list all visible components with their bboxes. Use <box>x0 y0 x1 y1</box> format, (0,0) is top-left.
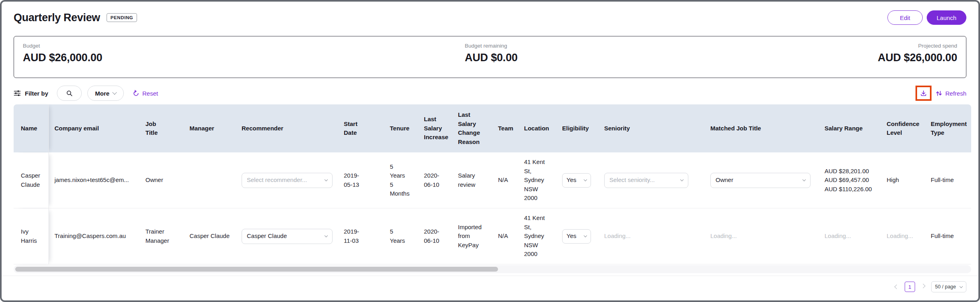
cell-start-date: 2019-11-03 <box>338 208 384 264</box>
rotate-ccw-icon <box>133 90 139 97</box>
cell-confidence-level-loading: Loading... <box>881 208 925 264</box>
toolbar-right: Refresh <box>915 86 966 101</box>
quarterly-review-page: Quarterly Review PENDING Edit Launch Bud… <box>0 0 980 302</box>
page-title: Quarterly Review <box>14 12 100 24</box>
reset-button[interactable]: Reset <box>133 90 158 97</box>
cell-job-title: Trainer Manager <box>140 208 184 264</box>
cell-location: 41 Kent St, Sydney NSW 2000 <box>518 152 557 208</box>
budget-remaining-stat: Budget remaining AUD $0.00 <box>465 43 518 64</box>
cell-manager <box>184 152 236 208</box>
cell-confidence-level: High <box>881 152 925 208</box>
cell-job-title: Owner <box>140 152 184 208</box>
refresh-button[interactable]: Refresh <box>936 90 966 97</box>
table-row-ivy-harris: Ivy Harris Training@Caspers.com.au Train… <box>14 208 971 264</box>
divider <box>2 276 978 276</box>
column-header-company-email: Company email <box>49 104 140 152</box>
column-header-last-salary-increase: Last Salary Increase <box>418 104 452 152</box>
download-icon <box>920 90 927 97</box>
matched-job-title-select[interactable]: Owner <box>710 173 811 188</box>
cell-last-salary-change-reason: Salary review <box>452 152 492 208</box>
cell-recommender: Casper Claude <box>236 208 338 264</box>
reset-button-label: Reset <box>142 90 158 97</box>
cell-team: N/A <box>492 152 518 208</box>
cell-tenure: 5 Years 5 Months <box>384 152 418 208</box>
column-header-confidence-level: Confidence Level <box>881 104 925 152</box>
pagination: 1 50 / page <box>2 281 966 293</box>
magnifier-icon <box>66 90 73 97</box>
download-button[interactable] <box>917 87 930 99</box>
column-header-salary-range: Salary Range <box>819 104 881 152</box>
more-button[interactable]: More <box>87 86 124 101</box>
column-header-manager: Manager <box>184 104 236 152</box>
more-button-label: More <box>95 90 109 97</box>
budget-remaining-value: AUD $0.00 <box>465 52 518 64</box>
column-header-name: Name <box>14 104 49 152</box>
cell-employment-type: Full-time <box>925 208 971 264</box>
column-header-start-date: Start Date <box>338 104 384 152</box>
page-size-value: 50 / page <box>935 284 956 290</box>
cell-tenure: 5 Years <box>384 208 418 264</box>
seniority-select[interactable]: Select seniority... <box>604 173 688 188</box>
cell-matched-job-title: Owner <box>705 152 819 208</box>
chevron-down-icon <box>584 234 587 237</box>
column-header-eligibility: Eligibility <box>557 104 599 152</box>
launch-button[interactable]: Launch <box>927 10 966 25</box>
swap-arrows-icon <box>936 90 942 97</box>
cell-company-email: Training@Caspers.com.au <box>49 208 140 264</box>
cell-salary-range: AUD $28,201.00 AUD $69,457.00 AUD $110,2… <box>819 152 881 208</box>
cell-company-email: james.nixon+test65c@em... <box>49 152 140 208</box>
column-header-seniority: Seniority <box>599 104 705 152</box>
sliders-icon <box>14 90 21 97</box>
cell-team: N/A <box>492 208 518 264</box>
eligibility-select[interactable]: Yes <box>562 229 591 244</box>
search-button[interactable] <box>57 86 82 101</box>
column-header-tenure: Tenure <box>384 104 418 152</box>
budget-stat: Budget AUD $26,000.00 <box>23 43 102 71</box>
cell-last-salary-increase: 2020-06-10 <box>418 152 452 208</box>
chevron-down-icon <box>960 284 963 288</box>
chevron-down-icon <box>803 178 806 181</box>
cell-eligibility: Yes <box>557 208 599 264</box>
column-header-recommender: Recommender <box>236 104 338 152</box>
column-header-last-salary-change-reason: Last Salary Change Reason <box>452 104 492 152</box>
cell-matched-job-title-loading: Loading... <box>705 208 819 264</box>
cell-name: Casper Claude <box>14 152 49 208</box>
cell-seniority: Select seniority... <box>599 152 705 208</box>
chevron-down-icon <box>113 90 117 94</box>
filter-toolbar: Filter by More Reset <box>14 85 966 101</box>
column-header-employment-type: Employment Type <box>925 104 971 152</box>
recommender-select[interactable]: Casper Claude <box>242 229 333 244</box>
header-actions: Edit Launch <box>887 10 966 25</box>
filter-by: Filter by <box>14 90 48 97</box>
cell-last-salary-change-reason: Imported from KeyPay <box>452 208 492 264</box>
annotation-highlight-box <box>915 86 932 101</box>
cell-salary-range-loading: Loading... <box>819 208 881 264</box>
horizontal-scrollbar[interactable] <box>14 265 971 273</box>
column-header-location: Location <box>518 104 557 152</box>
cell-location: 41 Kent St, Sydney NSW 2000 <box>518 208 557 264</box>
prev-page-button[interactable] <box>893 284 900 290</box>
projected-spend-label: Projected spend <box>878 43 957 49</box>
chevron-down-icon <box>325 234 328 237</box>
projected-spend-value: AUD $26,000.00 <box>878 52 957 64</box>
next-page-button[interactable] <box>920 284 926 290</box>
chevron-down-icon <box>584 178 587 181</box>
scrollbar-thumb[interactable] <box>15 267 498 272</box>
page-number[interactable]: 1 <box>905 282 915 292</box>
page-size-select[interactable]: 50 / page <box>931 281 966 292</box>
eligibility-select[interactable]: Yes <box>562 173 591 188</box>
column-header-job-title: Job Title <box>140 104 184 152</box>
recommender-select[interactable]: Select recommender... <box>242 173 333 188</box>
employee-table: Name Company email Job Title Manager Rec… <box>14 104 971 264</box>
status-badge: PENDING <box>107 13 137 22</box>
budget-remaining-label: Budget remaining <box>465 43 518 49</box>
chevron-down-icon <box>680 178 684 181</box>
cell-last-salary-increase: 2020-06-10 <box>418 208 452 264</box>
edit-button[interactable]: Edit <box>887 10 923 25</box>
cell-name: Ivy Harris <box>14 208 49 264</box>
cell-employment-type: Full-time <box>925 152 971 208</box>
cell-seniority-loading: Loading... <box>599 208 705 264</box>
budget-summary-card: Budget AUD $26,000.00 Budget remaining A… <box>14 36 966 78</box>
refresh-button-label: Refresh <box>945 90 966 97</box>
cell-eligibility: Yes <box>557 152 599 208</box>
